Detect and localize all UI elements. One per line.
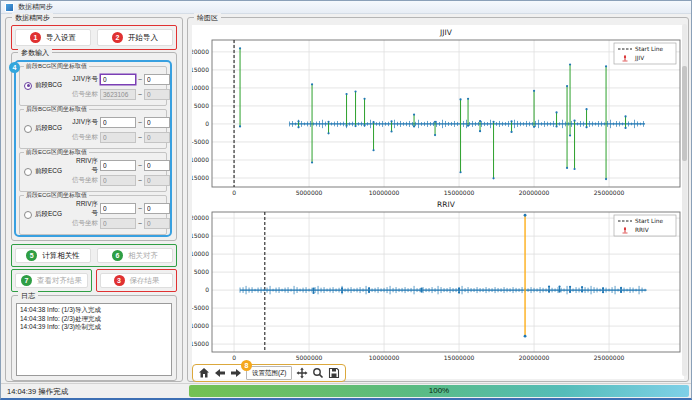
param-input-start[interactable] [100,160,136,171]
plot-scrollbar-thumb[interactable] [682,66,687,161]
save-result-box: 3保存结果 [96,269,177,292]
param-input-start[interactable] [100,132,136,143]
svg-text:20000000: 20000000 [519,189,550,196]
left-panel: 数据精同步 1导入设置2开始导入 参数输入 4 前段BCG区间坐标取值前段BCG… [5,17,183,382]
toolbar-forward-icon[interactable] [230,367,242,379]
svg-text:-15000: -15000 [192,174,209,181]
import-settings-button[interactable]: 1导入设置 [15,29,91,46]
param-input-end[interactable] [144,117,170,128]
param-row: RRIV序号~ [70,201,164,216]
param-section-2: 后段BCG区间坐标取值后段BCGJJIV序号~信号坐标~ [19,109,167,149]
zoom-icon [312,367,324,379]
param-input-end[interactable] [144,218,170,229]
radio-indicator[interactable] [24,82,32,90]
svg-text:0: 0 [232,354,236,361]
log-line: 14:04:39 Info: (3/3)绘制完成 [20,323,168,332]
log-line: 14:04:38 Info: (1/3)导入完成 [20,306,168,315]
start-import-button-label: 开始导入 [128,33,158,43]
param-input-end[interactable] [144,175,170,186]
status-message: 14:04:39 操作完成 [7,387,68,397]
annotation-circle-7: 7 [21,275,32,286]
radio-4[interactable]: 后段ECG [24,210,62,219]
svg-text:Start Line: Start Line [635,218,664,224]
range-separator: ~ [138,119,142,126]
correlation-align-button[interactable]: 6相关对齐 [97,248,173,263]
set-range-button[interactable]: 8设置范围(Z) [246,366,292,380]
annotation-circle-4: 4 [9,62,20,73]
param-row: 信号坐标~ [70,87,164,102]
toolbar-back-icon[interactable] [214,367,226,379]
radio-label: 后段ECG [35,210,62,219]
svg-text:-5000: -5000 [192,138,209,145]
svg-text:25000000: 25000000 [594,354,625,361]
actions-row-1: 5计算相关性6相关对齐 [11,244,177,267]
radio-1[interactable]: 前段BCG [24,81,62,90]
left-panel-title: 数据精同步 [12,13,53,22]
svg-text:RRIV: RRIV [437,200,456,209]
param-input-start[interactable] [100,175,136,186]
param-section-title: 后段ECG区间坐标取值 [24,192,89,199]
radio-label: 前段BCG [35,81,62,90]
param-input-start[interactable] [100,218,136,229]
svg-text:5000: 5000 [194,102,209,109]
annotation-circle-2: 2 [112,32,123,43]
svg-text:20000: 20000 [192,214,209,221]
toolbar-pan-icon[interactable] [296,367,308,379]
import-settings-button-label: 导入设置 [46,33,76,43]
range-separator: ~ [138,220,142,227]
start-import-button[interactable]: 2开始导入 [97,29,173,46]
svg-text:-10000: -10000 [192,322,209,329]
param-input-end[interactable] [144,89,170,100]
toolbar-save-icon[interactable] [328,367,340,379]
param-row: 信号坐标~ [70,130,164,145]
log-line: 14:04:38 Info: (2/3)处理完成 [20,315,168,324]
param-section-1: 前段BCG区间坐标取值前段BCGJJIV序号~信号坐标~ [19,66,167,106]
save-result-button[interactable]: 3保存结果 [100,273,173,288]
svg-text:10000: 10000 [192,250,209,257]
svg-text:25000000: 25000000 [594,189,625,196]
svg-text:20000: 20000 [192,48,209,55]
param-section-title: 前段ECG区间坐标取值 [24,149,89,156]
param-section-4: 后段ECG区间坐标取值后段ECGRRIV序号~信号坐标~ [19,195,167,235]
chart-jjiv: 0500000010000000150000002000000025000000… [192,28,680,196]
param-input-end[interactable] [144,203,170,214]
radio-indicator[interactable] [24,168,32,176]
log-group: 日志 14:04:38 Info: (1/3)导入完成14:04:38 Info… [11,295,177,381]
plot-toolbar: 8设置范围(Z) [192,364,346,382]
app-window: 数据精同步 数据精同步 1导入设置2开始导入 参数输入 4 前段BCG区间坐标取… [0,0,692,400]
params-annotated-box: 4 前段BCG区间坐标取值前段BCGJJIV序号~信号坐标~后段BCG区间坐标取… [14,60,172,237]
view-align-result-button[interactable]: 7查看对齐结果 [15,273,88,288]
radio-indicator[interactable] [24,125,32,133]
param-section-title: 后段BCG区间坐标取值 [24,106,89,113]
plot-scrollbar[interactable] [682,24,687,376]
param-section-title: 前段BCG区间坐标取值 [24,63,89,70]
radio-label: 后段BCG [35,124,62,133]
compute-correlation-button[interactable]: 5计算相关性 [15,248,91,263]
param-row-label: 信号坐标 [70,219,98,228]
toolbar-home-icon[interactable] [198,367,210,379]
param-input-end[interactable] [144,74,170,85]
radio-indicator[interactable] [24,211,32,219]
param-input-end[interactable] [144,160,170,171]
set-range-button-label: 设置范围(Z) [252,369,286,376]
progress-text: 100% [189,386,689,395]
window-title: 数据精同步 [18,2,53,12]
log-list[interactable]: 14:04:38 Info: (1/3)导入完成14:04:38 Info: (… [16,303,172,376]
param-row-label: RRIV序号 [70,200,98,218]
param-input-start[interactable] [100,203,136,214]
param-input-start[interactable] [100,74,136,85]
figure-canvas[interactable]: 0500000010000000150000002000000025000000… [192,25,684,379]
log-group-title: 日志 [18,291,38,300]
param-input-end[interactable] [144,132,170,143]
param-input-start[interactable] [100,117,136,128]
radio-2[interactable]: 后段BCG [24,124,62,133]
svg-text:15000000: 15000000 [444,189,475,196]
svg-text:10000: 10000 [192,84,209,91]
radio-3[interactable]: 前段ECG [24,167,62,176]
legend-jjiv: Start LineJJIV [614,43,676,64]
toolbar-zoom-icon[interactable] [312,367,324,379]
annotation-circle-3: 3 [114,275,125,286]
svg-text:10000000: 10000000 [369,189,400,196]
svg-text:0: 0 [205,286,209,293]
param-input-start[interactable] [100,89,136,100]
